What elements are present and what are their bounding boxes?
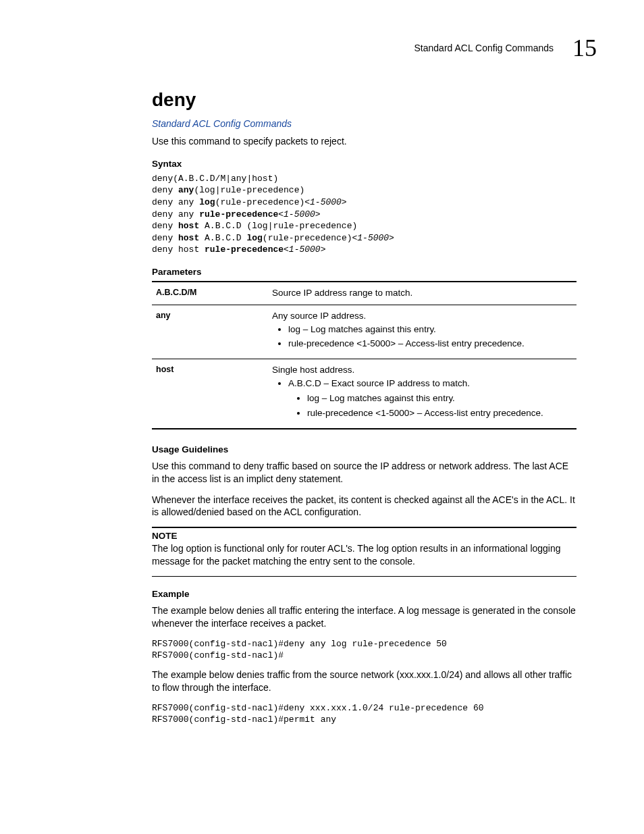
example-code-1: RFS7000(config-std-nacl)#deny any log ru…: [152, 638, 576, 662]
param-sub-bullets: log – Log matches against this entry. ru…: [288, 392, 572, 419]
example-heading: Example: [152, 589, 576, 599]
example-p2: The example below denies traffic from th…: [152, 669, 576, 694]
list-item: log – Log matches against this entry.: [307, 392, 572, 405]
list-item: rule-precedence <1-5000> – Access-list e…: [307, 407, 572, 419]
example-p1: The example below denies all traffic ent…: [152, 604, 576, 630]
syntax-line: A.B.C.D (log|rule-precedence): [199, 221, 357, 231]
usage-p1: Use this command to deny traffic based o…: [152, 460, 576, 486]
syntax-line: deny any: [152, 209, 199, 219]
usage-p2: Whenever the interface receives the pack…: [152, 494, 576, 519]
note-rule: [152, 527, 576, 528]
list-item: log – Log matches against this entry.: [288, 323, 572, 336]
page: Standard ACL Config Commands 15 deny Sta…: [0, 0, 644, 834]
table-row: host Single host address. A.B.C.D – Exac…: [152, 359, 576, 429]
syntax-bold: any: [178, 185, 194, 195]
content-area: deny Standard ACL Config Commands Use th…: [152, 89, 576, 726]
xref-link[interactable]: Standard ACL Config Commands: [152, 118, 292, 129]
param-key: A.B.C.D/M: [152, 282, 268, 305]
table-row: any Any source IP address. log – Log mat…: [152, 305, 576, 359]
param-bullets: A.B.C.D – Exact source IP address to mat…: [272, 377, 572, 419]
param-desc: Any source IP address. log – Log matches…: [268, 305, 576, 359]
parameters-table: A.B.C.D/M Source IP address range to mat…: [152, 281, 576, 429]
syntax-line: deny(A.B.C.D/M|any|host): [152, 174, 278, 184]
syntax-bold: host: [178, 233, 199, 243]
table-row: A.B.C.D/M Source IP address range to mat…: [152, 282, 576, 305]
syntax-line: deny host: [152, 244, 205, 255]
param-bullets: log – Log matches against this entry. ru…: [272, 323, 572, 350]
parameters-heading: Parameters: [152, 267, 576, 277]
syntax-italic: <1-5000>: [352, 233, 394, 243]
section-name: Standard ACL Config Commands: [414, 43, 554, 53]
syntax-line: deny: [152, 233, 178, 243]
param-key: host: [152, 359, 268, 429]
param-text: Source IP address range to match.: [272, 288, 412, 298]
chapter-number: 15: [572, 34, 597, 62]
syntax-bold: host: [178, 221, 199, 231]
syntax-line: deny any: [152, 197, 199, 207]
note-text: The log option is functional only for ro…: [152, 542, 576, 568]
syntax-italic: <1-5000>: [304, 197, 346, 207]
syntax-line: (rule-precedence): [215, 197, 305, 207]
param-text: Single host address.: [272, 365, 354, 375]
syntax-bold: log: [199, 197, 215, 207]
syntax-italic: <1-5000>: [284, 244, 325, 255]
running-header: Standard ACL Config Commands 15: [41, 34, 603, 62]
syntax-bold: rule-precedence: [199, 209, 278, 219]
syntax-block: deny(A.B.C.D/M|any|host) deny any(log|ru…: [152, 173, 576, 256]
syntax-italic: <1-5000>: [278, 209, 320, 219]
syntax-line: deny: [152, 185, 178, 195]
param-key: any: [152, 305, 268, 359]
usage-heading: Usage Guidelines: [152, 444, 576, 454]
note-rule: [152, 576, 576, 577]
syntax-bold: rule-precedence: [205, 244, 284, 255]
note-heading: NOTE: [152, 531, 576, 541]
syntax-line: (log|rule-precedence): [194, 185, 304, 195]
param-desc: Single host address. A.B.C.D – Exact sou…: [268, 359, 576, 429]
page-title: deny: [152, 89, 576, 111]
syntax-line: A.B.C.D: [199, 233, 246, 243]
param-desc: Source IP address range to match.: [268, 282, 576, 305]
intro-text: Use this command to specify packets to r…: [152, 135, 576, 148]
syntax-line: deny: [152, 221, 178, 231]
param-text: A.B.C.D – Exact source IP address to mat…: [288, 378, 470, 388]
list-item: A.B.C.D – Exact source IP address to mat…: [288, 377, 572, 419]
example-code-2: RFS7000(config-std-nacl)#deny xxx.xxx.1.…: [152, 702, 576, 726]
param-text: Any source IP address.: [272, 311, 366, 321]
syntax-heading: Syntax: [152, 159, 576, 169]
syntax-line: (rule-precedence): [263, 233, 352, 243]
list-item: rule-precedence <1-5000> – Access-list e…: [288, 338, 572, 350]
syntax-bold: log: [246, 233, 262, 243]
